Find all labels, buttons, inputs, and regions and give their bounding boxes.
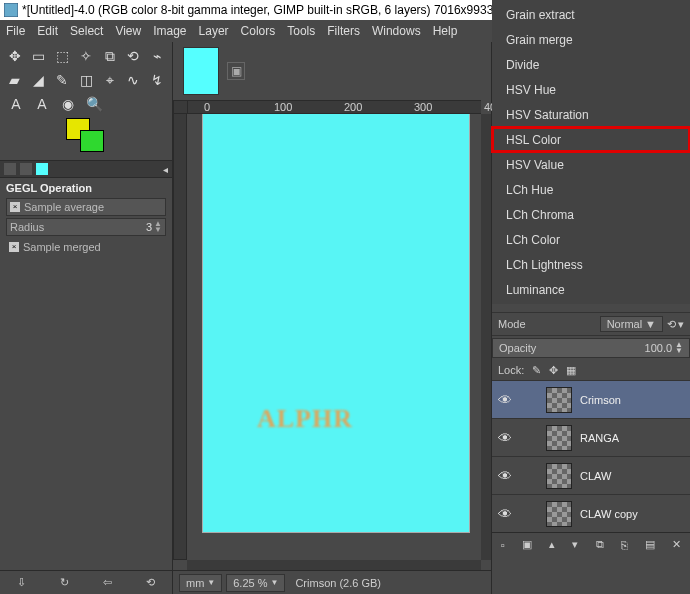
spinner-icon[interactable]: ▲▼: [675, 342, 683, 354]
ruler-horizontal[interactable]: 0 100 200 300 400: [187, 100, 481, 114]
layer-thumbnail[interactable]: [546, 387, 572, 413]
mask-layer-icon[interactable]: ▤: [645, 538, 655, 551]
image-thumbnail[interactable]: [183, 47, 219, 95]
dock-menu-icon[interactable]: ◂: [163, 164, 168, 175]
pencil-icon[interactable]: ✎: [53, 70, 71, 90]
duplicate-layer-icon[interactable]: ⧉: [596, 538, 604, 551]
mode-grain-extract[interactable]: Grain extract: [492, 2, 690, 27]
visibility-icon[interactable]: 👁: [498, 392, 514, 408]
menu-file[interactable]: File: [6, 24, 25, 38]
mode-lch-hue[interactable]: LCh Hue: [492, 177, 690, 202]
menu-image[interactable]: Image: [153, 24, 186, 38]
magic-wand-icon[interactable]: ✧: [77, 46, 95, 66]
crop-icon[interactable]: ⧉: [101, 46, 119, 66]
bucket-icon[interactable]: ▰: [6, 70, 24, 90]
menu-help[interactable]: Help: [433, 24, 458, 38]
text-alt-icon[interactable]: A: [32, 94, 52, 114]
zoom-icon[interactable]: 🔍: [84, 94, 104, 114]
raise-layer-icon[interactable]: ▴: [549, 538, 555, 551]
horizontal-scrollbar[interactable]: [187, 560, 481, 570]
color-swatches[interactable]: [66, 118, 110, 154]
layer-mode-selector[interactable]: Normal ▼: [600, 316, 663, 332]
mode-hsv-value[interactable]: HSV Value: [492, 152, 690, 177]
mode-divide[interactable]: Divide: [492, 52, 690, 77]
layer-name[interactable]: Crimson: [580, 394, 621, 406]
layer-thumbnail[interactable]: [546, 501, 572, 527]
text-tool-icon[interactable]: A: [6, 94, 26, 114]
mode-reset-icon[interactable]: ⟲: [667, 318, 676, 331]
picker-icon[interactable]: ◉: [58, 94, 78, 114]
lower-layer-icon[interactable]: ▾: [572, 538, 578, 551]
delete-layer-icon[interactable]: ✕: [672, 538, 681, 551]
layer-row[interactable]: 👁 CLAW copy: [492, 494, 690, 532]
canvas[interactable]: ALPHR: [203, 114, 469, 532]
restore-preset-icon[interactable]: ↻: [60, 576, 69, 589]
ruler-vertical[interactable]: [173, 114, 187, 560]
smudge-icon[interactable]: ∿: [125, 70, 143, 90]
clone-icon[interactable]: ⌖: [101, 70, 119, 90]
spinner-icon[interactable]: ▲▼: [154, 221, 162, 233]
menu-view[interactable]: View: [115, 24, 141, 38]
eraser-icon[interactable]: ◫: [77, 70, 95, 90]
ruler-mark: 100: [274, 101, 292, 113]
mode-lch-lightness[interactable]: LCh Lightness: [492, 252, 690, 277]
menu-edit[interactable]: Edit: [37, 24, 58, 38]
canvas-area[interactable]: ALPHR: [187, 114, 491, 570]
unit-selector[interactable]: mm▼: [179, 574, 222, 592]
radius-input[interactable]: Radius 3 ▲▼: [6, 218, 166, 236]
tool-options-tab-icon[interactable]: [4, 163, 16, 175]
mode-hsl-color[interactable]: HSL Color: [492, 127, 690, 152]
move-tool-icon[interactable]: ✥: [6, 46, 24, 66]
mode-luminance[interactable]: Luminance: [492, 277, 690, 302]
rect-select-icon[interactable]: ▭: [30, 46, 48, 66]
menu-colors[interactable]: Colors: [241, 24, 276, 38]
merge-layer-icon[interactable]: ⎘: [621, 539, 628, 551]
lock-row: Lock: ✎ ✥ ▦: [492, 360, 690, 380]
layer-row[interactable]: 👁 Crimson: [492, 380, 690, 418]
mode-lch-chroma[interactable]: LCh Chroma: [492, 202, 690, 227]
menu-tools[interactable]: Tools: [287, 24, 315, 38]
mode-lch-color[interactable]: LCh Color: [492, 227, 690, 252]
gradient-icon[interactable]: ◢: [30, 70, 48, 90]
layer-name[interactable]: RANGA: [580, 432, 619, 444]
close-image-icon[interactable]: ▣: [227, 62, 245, 80]
chevron-down-icon[interactable]: ▾: [678, 318, 684, 331]
sample-merged-checkbox[interactable]: × Sample merged: [6, 238, 166, 256]
layer-name[interactable]: CLAW copy: [580, 508, 638, 520]
visibility-icon[interactable]: 👁: [498, 430, 514, 446]
sample-average-checkbox[interactable]: × Sample average: [6, 198, 166, 216]
mode-hsv-saturation[interactable]: HSV Saturation: [492, 102, 690, 127]
reset-preset-icon[interactable]: ⟲: [146, 576, 155, 589]
visibility-icon[interactable]: 👁: [498, 506, 514, 522]
menu-filters[interactable]: Filters: [327, 24, 360, 38]
background-color[interactable]: [80, 130, 104, 152]
menu-select[interactable]: Select: [70, 24, 103, 38]
menu-layer[interactable]: Layer: [199, 24, 229, 38]
save-preset-icon[interactable]: ⇩: [17, 576, 26, 589]
lock-alpha-icon[interactable]: ▦: [566, 364, 576, 377]
dock-tabs: ◂: [0, 160, 172, 178]
menu-windows[interactable]: Windows: [372, 24, 421, 38]
warp-icon[interactable]: ⌁: [148, 46, 166, 66]
transform-icon[interactable]: ⟲: [125, 46, 143, 66]
device-tab-icon[interactable]: [20, 163, 32, 175]
lock-pixels-icon[interactable]: ✎: [532, 364, 541, 377]
vertical-scrollbar[interactable]: [481, 114, 491, 560]
image-tab-icon[interactable]: [36, 163, 48, 175]
delete-preset-icon[interactable]: ⇦: [103, 576, 112, 589]
zoom-selector[interactable]: 6.25 %▼: [226, 574, 285, 592]
layer-row[interactable]: 👁 CLAW: [492, 456, 690, 494]
path-icon[interactable]: ↯: [148, 70, 166, 90]
visibility-icon[interactable]: 👁: [498, 468, 514, 484]
new-group-icon[interactable]: ▣: [522, 538, 532, 551]
mode-grain-merge[interactable]: Grain merge: [492, 27, 690, 52]
new-layer-icon[interactable]: ▫: [501, 539, 505, 551]
layer-row[interactable]: 👁 RANGA: [492, 418, 690, 456]
lock-position-icon[interactable]: ✥: [549, 364, 558, 377]
layer-name[interactable]: CLAW: [580, 470, 611, 482]
free-select-icon[interactable]: ⬚: [53, 46, 71, 66]
mode-hsv-hue[interactable]: HSV Hue: [492, 77, 690, 102]
opacity-slider[interactable]: Opacity 100.0 ▲▼: [492, 338, 690, 358]
layer-thumbnail[interactable]: [546, 463, 572, 489]
layer-thumbnail[interactable]: [546, 425, 572, 451]
